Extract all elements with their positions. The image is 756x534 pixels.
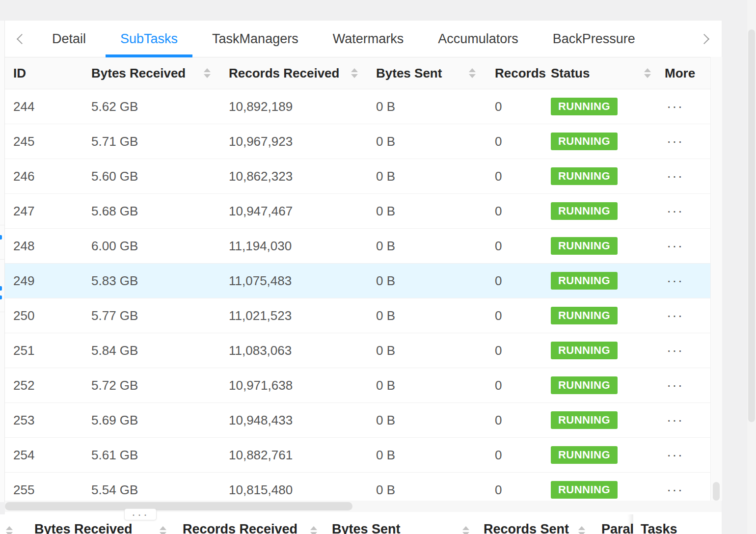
- sort-caret-status[interactable]: [644, 67, 651, 79]
- cell-bytes_sent: 0 B: [376, 89, 395, 124]
- cell-bytes_received: 5.83 GB: [91, 264, 138, 298]
- cell-records: 0: [495, 403, 502, 437]
- tabs-prev-button[interactable]: [12, 21, 31, 57]
- caret-up-icon: [469, 68, 476, 72]
- overview-sort-caret-icon[interactable]: [6, 525, 13, 534]
- more-actions-button[interactable]: ···: [667, 194, 683, 228]
- tab-detail[interactable]: Detail: [37, 21, 101, 57]
- cell-bytes_sent: 0 B: [376, 298, 395, 333]
- overview-sort-caret-icon[interactable]: [578, 525, 585, 534]
- column-header-bytes_sent[interactable]: Bytes Sent: [376, 57, 442, 89]
- cell-bytes_sent: 0 B: [376, 264, 395, 298]
- cell-bytes_received: 5.60 GB: [91, 159, 138, 193]
- overview-column-header-bytes-sent[interactable]: Bytes Sent: [332, 514, 401, 534]
- status-badge: RUNNING: [551, 133, 618, 150]
- table-vertical-scrollbar[interactable]: [710, 57, 722, 501]
- horizontal-scrollbar-thumb[interactable]: [5, 502, 352, 510]
- subtask-row-252: 2525.72 GB10,971,6380 B0RUNNING···: [5, 368, 710, 403]
- more-actions-button[interactable]: ···: [667, 229, 683, 263]
- cell-bytes_received: 5.84 GB: [91, 333, 138, 368]
- more-actions-button[interactable]: ···: [667, 438, 683, 472]
- tab-subtasks[interactable]: SubTasks: [106, 21, 192, 57]
- cell-bytes_received: 5.68 GB: [91, 194, 138, 228]
- cell-records: 0: [495, 124, 502, 159]
- vertical-scrollbar-thumb[interactable]: [713, 482, 720, 501]
- cell-records: 0: [495, 298, 502, 333]
- more-actions-button[interactable]: ···: [667, 333, 683, 368]
- cell-records_received: 11,075,483: [229, 264, 292, 298]
- column-header-bytes_received[interactable]: Bytes Received: [91, 57, 186, 89]
- cell-records: 0: [495, 89, 502, 124]
- cell-records_received: 11,194,030: [229, 229, 292, 263]
- overview-sort-caret-icon[interactable]: [462, 525, 469, 534]
- column-header-status[interactable]: Status: [551, 57, 590, 89]
- clipped-blue-icon: [0, 295, 2, 299]
- cell-records_received: 10,971,638: [229, 368, 293, 402]
- caret-down-icon: [6, 532, 13, 534]
- page-scrollbar-thumb[interactable]: [748, 29, 755, 422]
- cell-records_received: 10,947,467: [229, 194, 293, 228]
- caret-up-icon: [351, 68, 358, 72]
- cell-records: 0: [495, 194, 502, 228]
- cell-id: 254: [13, 438, 34, 472]
- sort-caret-bytes_received[interactable]: [204, 67, 211, 79]
- sort-caret-bytes_sent[interactable]: [469, 67, 476, 79]
- cell-records_received: 10,967,923: [229, 124, 293, 159]
- overview-column-header-records-sent[interactable]: Records Sent: [484, 514, 569, 534]
- subtask-row-245: 2455.71 GB10,967,9230 B0RUNNING···: [5, 124, 710, 159]
- column-header-records: Records: [495, 57, 546, 89]
- cell-bytes_received: 6.00 GB: [91, 229, 138, 263]
- more-actions-button[interactable]: ···: [667, 89, 683, 124]
- more-actions-button[interactable]: ···: [667, 368, 683, 402]
- status-badge: RUNNING: [551, 237, 618, 255]
- cell-id: 251: [13, 333, 34, 368]
- cell-records_received: 10,892,189: [229, 89, 293, 124]
- column-header-records_received[interactable]: Records Received: [229, 57, 339, 89]
- caret-down-icon: [351, 74, 358, 78]
- caret-down-icon: [204, 74, 211, 78]
- tab-taskmanagers[interactable]: TaskManagers: [197, 21, 313, 57]
- overview-column-header-records-received[interactable]: Records Received: [183, 514, 297, 534]
- column-header-more: More: [665, 57, 695, 89]
- tab-accumulators[interactable]: Accumulators: [423, 21, 533, 57]
- subtask-row-246: 2465.60 GB10,862,3230 B0RUNNING···: [5, 159, 710, 194]
- pane-resize-handle[interactable]: ···: [124, 508, 157, 520]
- more-actions-button[interactable]: ···: [667, 264, 683, 298]
- caret-up-icon: [204, 68, 211, 72]
- page-scrollbar[interactable]: [747, 0, 756, 534]
- tab-bar: DetailSubTasksTaskManagersWatermarksAccu…: [5, 21, 722, 57]
- more-actions-button[interactable]: ···: [667, 298, 683, 333]
- status-badge: RUNNING: [551, 481, 618, 499]
- table-horizontal-scrollbar[interactable]: [5, 501, 722, 512]
- cell-bytes_received: 5.77 GB: [91, 298, 138, 333]
- divider: [0, 259, 4, 260]
- status-badge: RUNNING: [551, 98, 618, 115]
- more-actions-button[interactable]: ···: [667, 124, 683, 159]
- cell-id: 250: [13, 298, 34, 333]
- status-badge: RUNNING: [551, 446, 618, 464]
- cell-bytes_received: 5.72 GB: [91, 368, 138, 402]
- tab-backpressure[interactable]: BackPressure: [538, 21, 650, 57]
- cell-bytes_sent: 0 B: [376, 229, 395, 263]
- tab-watermarks[interactable]: Watermarks: [318, 21, 419, 57]
- subtask-row-247: 2475.68 GB10,947,4670 B0RUNNING···: [5, 194, 710, 229]
- subtasks-table-header: IDBytes ReceivedRecords ReceivedBytes Se…: [5, 57, 710, 89]
- tabs-next-button[interactable]: [694, 21, 714, 57]
- overview-column-header-tasks: Tasks: [641, 514, 677, 534]
- cell-records: 0: [495, 229, 502, 263]
- cell-records_received: 10,948,433: [229, 403, 293, 437]
- overview-sort-caret-icon[interactable]: [160, 525, 166, 534]
- subtask-row-248: 2486.00 GB11,194,0300 B0RUNNING···: [5, 229, 710, 264]
- caret-up-icon: [578, 526, 585, 530]
- more-actions-button[interactable]: ···: [667, 403, 683, 437]
- overview-column-header-bytes-received[interactable]: Bytes Received: [34, 514, 133, 534]
- cell-records_received: 11,083,063: [229, 333, 292, 368]
- overview-sort-caret-icon[interactable]: [310, 525, 317, 534]
- sort-caret-records_received[interactable]: [351, 67, 358, 79]
- cell-id: 245: [13, 124, 34, 159]
- more-actions-button[interactable]: ···: [667, 159, 683, 193]
- status-badge: RUNNING: [551, 342, 618, 359]
- tab-list: DetailSubTasksTaskManagersWatermarksAccu…: [37, 21, 650, 57]
- cell-bytes_sent: 0 B: [376, 333, 395, 368]
- cell-id: 249: [13, 264, 34, 298]
